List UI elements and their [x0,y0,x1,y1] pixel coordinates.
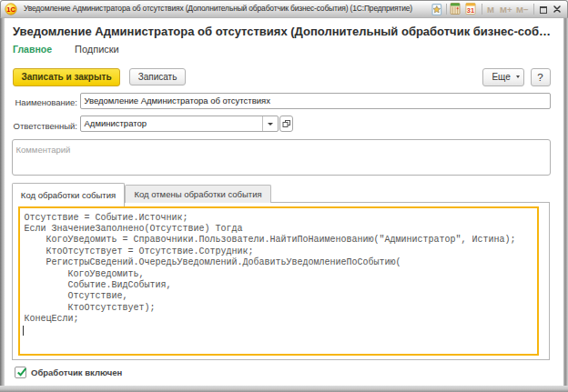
svg-text:1С: 1С [6,5,15,14]
svg-text:31: 31 [467,6,474,15]
